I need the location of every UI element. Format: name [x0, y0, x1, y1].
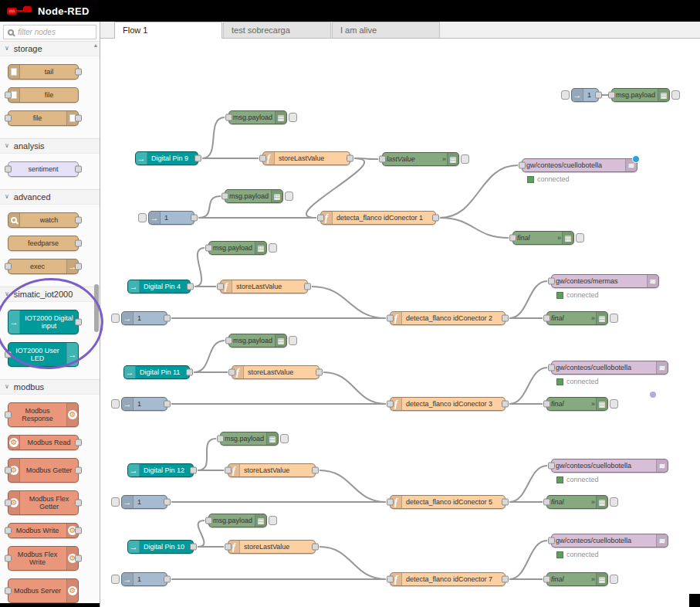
node-storelastvalue[interactable]: storeLastValue: [228, 540, 316, 554]
node-msg-payload[interactable]: msg.payload: [611, 88, 670, 102]
output-port[interactable]: [347, 155, 353, 162]
input-port[interactable]: [5, 555, 12, 562]
wire[interactable]: [509, 368, 547, 404]
output-port[interactable]: [164, 499, 171, 506]
input-port[interactable]: [543, 401, 550, 408]
node-storelastvalue[interactable]: storeLastValue: [232, 365, 320, 379]
output-port[interactable]: [75, 527, 82, 534]
palette-node-tail[interactable]: tail: [8, 64, 79, 80]
node-gw-conteos-cuellobotella[interactable]: gw/conteos/cuellobotellaconnected: [551, 361, 668, 375]
inject-button[interactable]: [138, 213, 147, 222]
output-port[interactable]: [75, 319, 82, 326]
palette-node-modbus-response[interactable]: Modbus Response: [8, 402, 79, 427]
input-port[interactable]: [5, 92, 12, 99]
search-input[interactable]: filter nodes: [3, 25, 96, 39]
input-port[interactable]: [5, 500, 12, 507]
input-port[interactable]: [543, 315, 550, 322]
node-msg-payload[interactable]: msg.payload: [228, 110, 287, 124]
node-digital-pin-4[interactable]: Digital Pin 4: [127, 280, 191, 293]
palette-node-sentiment[interactable]: sentiment: [8, 161, 79, 177]
input-port[interactable]: [5, 527, 12, 534]
debug-named-button[interactable]: [610, 575, 618, 584]
input-port[interactable]: [379, 156, 386, 163]
output-port[interactable]: [595, 92, 602, 99]
node-gw-conteos-cuellobotella[interactable]: gw/conteos/cuellobotellaconnected: [551, 459, 668, 473]
node-final[interactable]: final: [546, 572, 608, 586]
input-port[interactable]: [387, 315, 394, 322]
input-port[interactable]: [5, 263, 12, 270]
wire[interactable]: [440, 218, 509, 238]
output-port[interactable]: [304, 283, 311, 290]
wire[interactable]: [312, 287, 386, 318]
input-port[interactable]: [317, 215, 324, 222]
input-port[interactable]: [225, 467, 232, 474]
input-port[interactable]: [519, 162, 526, 169]
palette-node-exec[interactable]: exec: [8, 259, 79, 274]
debug-named-button[interactable]: [576, 233, 584, 242]
debug-button[interactable]: [269, 243, 277, 253]
input-port[interactable]: [548, 278, 555, 285]
inject-button[interactable]: [111, 314, 120, 323]
debug-button[interactable]: [269, 516, 277, 525]
input-port[interactable]: [5, 467, 12, 474]
debug-button[interactable]: [285, 192, 293, 201]
input-port[interactable]: [217, 436, 224, 443]
input-port[interactable]: [543, 576, 550, 583]
node-detecta-flanco-idconector-3[interactable]: detecta_flanco idConector 3: [390, 397, 506, 411]
output-port[interactable]: [312, 467, 319, 474]
node-final[interactable]: final: [546, 311, 608, 325]
wire[interactable]: [194, 341, 225, 372]
palette-node-modbus-flex-write[interactable]: Modbus Flex Write: [8, 546, 79, 571]
wire[interactable]: [320, 470, 386, 502]
palette-node-file[interactable]: file: [8, 110, 79, 126]
node-lastvalue[interactable]: lastValue: [382, 152, 459, 166]
input-port[interactable]: [387, 576, 394, 583]
wire[interactable]: [509, 541, 547, 579]
palette-node-file[interactable]: file: [8, 87, 79, 103]
input-port[interactable]: [225, 544, 232, 551]
input-port[interactable]: [5, 166, 12, 173]
node-storelastvalue[interactable]: storeLastValue: [220, 280, 308, 293]
output-port[interactable]: [75, 166, 82, 173]
output-port[interactable]: [75, 555, 82, 562]
input-port[interactable]: [225, 337, 232, 344]
output-port[interactable]: [75, 500, 82, 507]
wire[interactable]: [509, 281, 547, 318]
node-digital-pin-9[interactable]: Digital Pin 9: [135, 151, 198, 165]
output-port[interactable]: [164, 401, 171, 408]
tab-test-sobrecarga[interactable]: test sobrecarga: [223, 22, 331, 38]
wire[interactable]: [194, 248, 205, 287]
input-port[interactable]: [228, 369, 235, 376]
palette-category-simatic-iot2000[interactable]: simatic_iot2000: [0, 287, 100, 302]
input-port[interactable]: [548, 463, 555, 470]
node-msg-payload[interactable]: msg.payload: [220, 432, 279, 446]
output-port[interactable]: [75, 217, 82, 224]
node-1[interactable]: 1: [121, 397, 167, 411]
node-msg-payload[interactable]: msg.payload: [208, 241, 267, 255]
input-port[interactable]: [548, 537, 555, 544]
debug-button[interactable]: [289, 113, 297, 122]
node-1[interactable]: 1: [148, 211, 194, 225]
flow-canvas[interactable]: 1msg.payloadmsg.payloadDigital Pin 9stor…: [100, 39, 700, 607]
palette-scrollbar[interactable]: [94, 284, 99, 332]
output-port[interactable]: [312, 544, 319, 551]
debug-named-button[interactable]: [610, 399, 618, 409]
output-port[interactable]: [502, 315, 509, 322]
output-port[interactable]: [190, 467, 197, 474]
palette-node-modbus-getter[interactable]: Modbus Getter: [8, 458, 79, 483]
input-port[interactable]: [543, 499, 550, 506]
output-port[interactable]: [75, 69, 82, 76]
palette-node-watch[interactable]: watch: [8, 212, 79, 228]
output-port[interactable]: [164, 315, 171, 322]
inject-button[interactable]: [561, 90, 570, 100]
output-port[interactable]: [191, 215, 198, 222]
inject-button[interactable]: [111, 399, 120, 409]
input-port[interactable]: [5, 588, 12, 595]
input-port[interactable]: [608, 92, 615, 99]
palette-node-modbus-flex-getter[interactable]: Modbus Flex Getter: [8, 490, 79, 515]
tab-i-am-alive[interactable]: I am alive: [332, 22, 440, 38]
palette-category-analysis[interactable]: analysis: [0, 138, 100, 154]
palette-node-modbus-server[interactable]: Modbus Server: [8, 578, 79, 603]
node-gw-conteos-cuellobotella[interactable]: gw/conteos/cuellobotellaconnected: [522, 158, 637, 172]
input-port[interactable]: [205, 517, 212, 524]
